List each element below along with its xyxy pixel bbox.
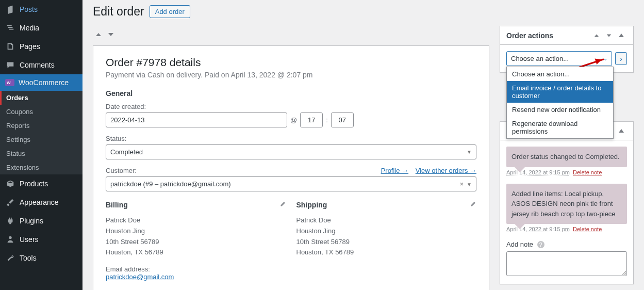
submenu-status[interactable]: Status bbox=[0, 147, 82, 160]
page-header: Edit order Add order bbox=[93, 0, 634, 26]
general-heading: General bbox=[106, 89, 476, 98]
svg-text:W: W bbox=[7, 80, 11, 85]
status-select[interactable]: Completed ▼ bbox=[106, 144, 476, 159]
email-link[interactable]: patrickdoe@gmail.com bbox=[106, 273, 174, 281]
shipping-column: Shipping Patrick Doe Houston Jing 10th S… bbox=[296, 201, 477, 281]
sidebar-item-comments[interactable]: Comments bbox=[0, 56, 82, 74]
add-note-label: Add note ? bbox=[506, 240, 544, 248]
shipping-heading: Shipping bbox=[296, 201, 477, 209]
sidebar-label: Comments bbox=[20, 61, 55, 69]
help-icon[interactable]: ? bbox=[537, 241, 544, 248]
hour-input[interactable] bbox=[300, 112, 323, 127]
sidebar-item-media[interactable]: Media bbox=[0, 19, 82, 37]
order-subtitle: Payment via Cash on delivery. Paid on Ap… bbox=[106, 71, 476, 79]
toggle-box-icon[interactable] bbox=[616, 30, 627, 41]
sidebar-label: Media bbox=[20, 24, 39, 32]
sidebar-label: Plugins bbox=[20, 217, 43, 225]
page-title: Edit order bbox=[93, 5, 144, 19]
sidebar-item-posts[interactable]: Posts bbox=[0, 0, 82, 19]
woo-icon: W bbox=[5, 79, 14, 86]
apply-action-button[interactable]: › bbox=[615, 52, 627, 65]
billing-heading: Billing bbox=[106, 201, 286, 209]
customer-select[interactable]: patrickdoe (#9 – patrickdoe@gmail.com) ×… bbox=[106, 176, 476, 191]
sidebar-item-appearance[interactable]: Appearance bbox=[0, 193, 82, 212]
edit-billing-icon[interactable] bbox=[279, 201, 286, 208]
box-icon bbox=[5, 179, 15, 189]
order-action-select[interactable]: Choose an action... ⌄ bbox=[506, 51, 612, 66]
action-dropdown: Choose an action... Email invoice / orde… bbox=[506, 67, 614, 139]
shipping-name: Patrick Doe bbox=[296, 215, 477, 226]
submenu-extensions[interactable]: Extensions bbox=[0, 160, 82, 174]
add-note-textarea[interactable] bbox=[506, 251, 627, 276]
date-created-input[interactable] bbox=[106, 112, 287, 127]
main-content: Edit order Add order Order #7978 details… bbox=[82, 0, 644, 290]
caret-down-icon: ▼ bbox=[467, 182, 472, 187]
media-icon bbox=[5, 23, 15, 33]
move-up-icon[interactable] bbox=[93, 29, 104, 40]
at-separator: @ bbox=[290, 116, 297, 124]
svg-point-1 bbox=[9, 236, 11, 239]
minute-input[interactable] bbox=[331, 112, 354, 127]
sidebar-item-products[interactable]: Products bbox=[0, 174, 82, 193]
order-notes-box: Order notes Order status changed to Comp… bbox=[500, 121, 634, 284]
order-details-box: Order #7978 details Payment via Cash on … bbox=[93, 45, 489, 290]
delete-note-link[interactable]: Delete note bbox=[573, 226, 602, 232]
brush-icon bbox=[5, 197, 15, 207]
edit-shipping-icon[interactable] bbox=[469, 201, 476, 208]
comment-icon bbox=[5, 60, 15, 70]
sidebar-item-pages[interactable]: Pages bbox=[0, 37, 82, 56]
action-option[interactable]: Resend new order notification bbox=[507, 103, 613, 117]
date-created-label: Date created: bbox=[106, 103, 476, 110]
sidebar-item-plugins[interactable]: Plugins bbox=[0, 212, 82, 230]
sidebar-label: Appearance bbox=[20, 198, 59, 206]
sidebar-label: Pages bbox=[20, 42, 40, 51]
move-up-icon[interactable] bbox=[591, 30, 602, 41]
action-option[interactable]: Regenerate download permissions bbox=[507, 117, 613, 138]
sidebar-item-users[interactable]: Users bbox=[0, 230, 82, 249]
wrench-icon bbox=[5, 253, 15, 263]
woocommerce-submenu: Orders Coupons Reports Settings Status E… bbox=[0, 91, 82, 174]
plug-icon bbox=[5, 216, 15, 226]
metabox-sort-arrows bbox=[93, 26, 489, 45]
shipping-line: 10th Street 56789 bbox=[296, 237, 477, 248]
sidebar-item-woocommerce[interactable]: WWooCommerce bbox=[0, 74, 82, 91]
move-down-icon[interactable] bbox=[105, 29, 117, 40]
note-item: Order status changed to Completed. bbox=[506, 147, 627, 167]
billing-column: Billing Patrick Doe Houston Jing 10th St… bbox=[106, 201, 286, 281]
submenu-orders[interactable]: Orders bbox=[0, 91, 82, 105]
view-other-orders-link[interactable]: View other orders → bbox=[416, 167, 476, 174]
submenu-coupons[interactable]: Coupons bbox=[0, 105, 82, 119]
chevron-down-icon: ⌄ bbox=[603, 56, 607, 61]
billing-line: Houston, TX 56789 bbox=[106, 247, 286, 258]
add-order-button[interactable]: Add order bbox=[150, 5, 190, 18]
email-label: Email address: bbox=[106, 265, 286, 273]
action-option-email-invoice[interactable]: Email invoice / order details to custome… bbox=[507, 81, 613, 103]
billing-line: Houston Jing bbox=[106, 226, 286, 237]
submenu-settings[interactable]: Settings bbox=[0, 133, 82, 147]
profile-link[interactable]: Profile → bbox=[381, 167, 408, 174]
action-selected-value: Choose an action... bbox=[511, 55, 569, 62]
submenu-reports[interactable]: Reports bbox=[0, 119, 82, 133]
colon-separator: : bbox=[326, 116, 328, 124]
pages-icon bbox=[5, 41, 15, 52]
toggle-box-icon[interactable] bbox=[616, 125, 627, 137]
sidebar-label: WooCommerce bbox=[19, 78, 69, 87]
sidebar-label: Products bbox=[20, 180, 48, 188]
caret-down-icon: ▼ bbox=[467, 149, 472, 155]
action-option[interactable]: Choose an action... bbox=[507, 67, 613, 81]
sidebar-item-tools[interactable]: Tools bbox=[0, 249, 82, 267]
move-down-icon[interactable] bbox=[603, 30, 615, 41]
sidebar-label: Tools bbox=[20, 254, 37, 262]
clear-customer-icon[interactable]: × bbox=[460, 180, 464, 188]
customer-label: Customer: bbox=[106, 167, 137, 174]
admin-sidebar: Posts Media Pages Comments WWooCommerce … bbox=[0, 0, 82, 290]
order-actions-title: Order actions bbox=[506, 31, 591, 40]
pin-icon bbox=[5, 4, 15, 14]
order-title: Order #7978 details bbox=[106, 56, 476, 69]
shipping-line: Houston, TX 56789 bbox=[296, 247, 477, 258]
sidebar-label: Users bbox=[20, 235, 39, 244]
shipping-line: Houston Jing bbox=[296, 226, 477, 237]
customer-value: patrickdoe (#9 – patrickdoe@gmail.com) bbox=[110, 180, 231, 188]
delete-note-link[interactable]: Delete note bbox=[573, 169, 602, 175]
status-label: Status: bbox=[106, 135, 476, 142]
